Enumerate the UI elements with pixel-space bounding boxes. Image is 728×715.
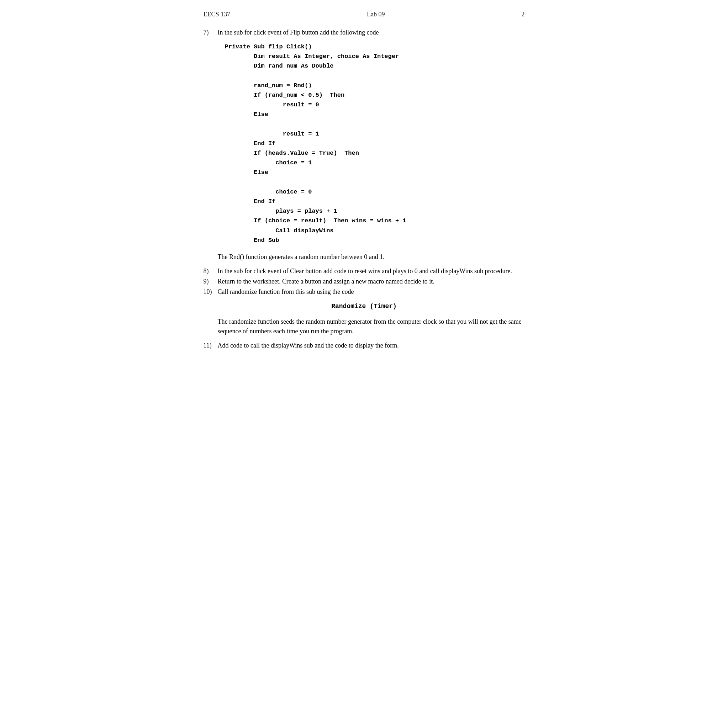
code-line-9 [225, 119, 525, 129]
code-line-14: Else [225, 167, 525, 177]
code-line-18: plays = plays + 1 [225, 206, 525, 216]
code-line-13: choice = 1 [225, 158, 525, 167]
section11-label: 11) [204, 342, 218, 349]
section7-label: 7) [204, 29, 218, 36]
section11-text: Add code to call the displayWins sub and… [218, 342, 399, 349]
code-line-5: rand_num = Rnd() [225, 81, 525, 91]
code-block: Private Sub flip_Click() Dim result As I… [225, 42, 525, 245]
code-line-19: If (choice = result) Then wins = wins + … [225, 216, 525, 226]
header-right: 2 [522, 11, 525, 18]
section9-text: Return to the worksheet. Create a button… [218, 278, 435, 285]
code-line-3: Dim rand_num As Double [225, 61, 525, 71]
code-line-17: End If [225, 197, 525, 206]
header-left: EECS 137 [204, 11, 231, 18]
section8-label: 8) [204, 267, 218, 275]
code-line-6: If (rand_num < 0.5) Then [225, 91, 525, 100]
section7-text: In the sub for click event of Flip butto… [218, 29, 379, 36]
code-line-20: Call displayWins [225, 226, 525, 235]
section9-label: 9) [204, 278, 218, 285]
section8-text: In the sub for click event of Clear butt… [218, 267, 512, 275]
code-line-4 [225, 71, 525, 81]
code-line-7: result = 0 [225, 100, 525, 110]
code-line-21: End Sub [225, 235, 525, 245]
prose1: The Rnd() function generates a random nu… [218, 252, 525, 262]
section10-text: Call randomize function from this sub us… [218, 288, 354, 296]
code-line-2: Dim result As Integer, choice As Integer [225, 51, 525, 61]
randomize-code: Randomize (Timer) [204, 303, 525, 310]
code-line-11: End If [225, 139, 525, 148]
code-line-16: choice = 0 [225, 187, 525, 197]
code-line-15 [225, 178, 525, 187]
code-line-8: Else [225, 110, 525, 119]
code-line-10: result = 1 [225, 129, 525, 139]
code-line-12: If (heads.Value = True) Then [225, 148, 525, 158]
prose2: The randomize function seeds the random … [218, 317, 525, 336]
section10-label: 10) [204, 288, 218, 296]
header-center: Lab 09 [367, 11, 385, 18]
code-line-1: Private Sub flip_Click() [225, 42, 525, 51]
